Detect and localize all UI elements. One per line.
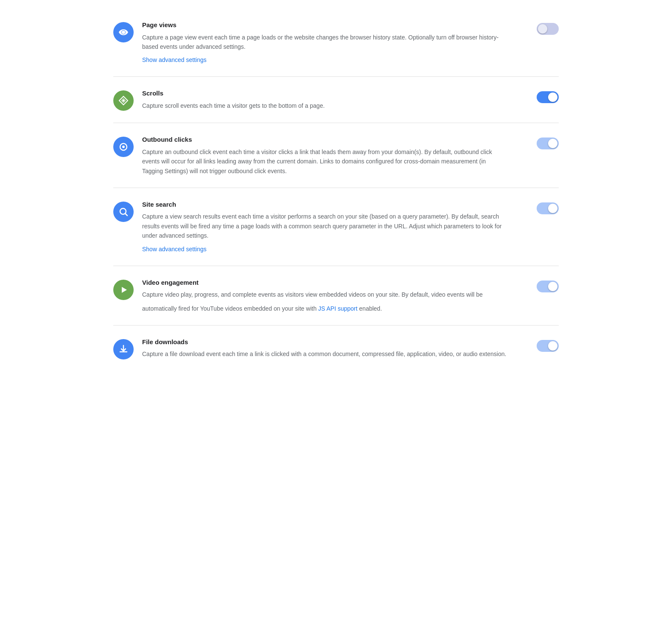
setting-row-page-views: Page viewsCapture a page view event each… <box>113 8 559 77</box>
play-icon <box>113 280 134 300</box>
setting-content-page-views: Page viewsCapture a page view event each… <box>142 20 528 65</box>
svg-point-3 <box>122 146 125 148</box>
setting-row-scrolls: ScrollsCapture scroll events each time a… <box>113 77 559 123</box>
setting-row-video-engagement: Video engagementCapture video play, prog… <box>113 266 559 326</box>
cursor-icon <box>113 137 134 157</box>
toggle-container-file-downloads <box>537 337 559 352</box>
svg-marker-6 <box>122 287 127 293</box>
js-api-support-link[interactable]: JS API support <box>318 304 358 313</box>
svg-line-5 <box>126 213 128 216</box>
setting-description-page-views: Capture a page view event each time a pa… <box>142 33 507 52</box>
toggle-slider-page-views <box>537 23 559 35</box>
eye-icon <box>113 22 134 42</box>
diamond-icon <box>113 90 134 111</box>
toggle-page-views[interactable] <box>537 23 559 35</box>
toggle-slider-site-search <box>537 202 559 214</box>
toggle-site-search[interactable] <box>537 202 559 214</box>
setting-title-video-engagement: Video engagement <box>142 278 520 288</box>
toggle-container-site-search <box>537 200 559 214</box>
settings-container: Page viewsCapture a page view event each… <box>96 0 576 380</box>
setting-row-site-search: Site searchCapture a view search results… <box>113 188 559 266</box>
toggle-slider-outbound-clicks <box>537 138 559 149</box>
toggle-container-scrolls <box>537 89 559 103</box>
setting-description-site-search: Capture a view search results event each… <box>142 212 507 240</box>
toggle-slider-file-downloads <box>537 340 559 352</box>
show-advanced-settings-link-site-search[interactable]: Show advanced settings <box>142 245 207 254</box>
svg-point-1 <box>123 100 124 101</box>
toggle-scrolls[interactable] <box>537 91 559 103</box>
setting-content-file-downloads: File downloadsCapture a file download ev… <box>142 337 528 359</box>
download-icon <box>113 339 134 359</box>
setting-title-file-downloads: File downloads <box>142 337 520 347</box>
setting-description-scrolls: Capture scroll events each time a visito… <box>142 101 507 110</box>
setting-title-outbound-clicks: Outbound clicks <box>142 135 520 145</box>
setting-description-outbound-clicks: Capture an outbound click event each tim… <box>142 147 507 176</box>
setting-content-outbound-clicks: Outbound clicksCapture an outbound click… <box>142 135 528 176</box>
setting-title-page-views: Page views <box>142 20 520 30</box>
setting-row-file-downloads: File downloadsCapture a file download ev… <box>113 326 559 371</box>
toggle-video-engagement[interactable] <box>537 281 559 292</box>
toggle-slider-scrolls <box>537 91 559 103</box>
toggle-container-page-views <box>537 20 559 35</box>
setting-content-scrolls: ScrollsCapture scroll events each time a… <box>142 89 528 110</box>
setting-row-outbound-clicks: Outbound clicksCapture an outbound click… <box>113 123 559 188</box>
setting-content-site-search: Site searchCapture a view search results… <box>142 200 528 254</box>
toggle-container-video-engagement <box>537 278 559 292</box>
toggle-container-outbound-clicks <box>537 135 559 149</box>
toggle-slider-video-engagement <box>537 281 559 292</box>
setting-title-scrolls: Scrolls <box>142 89 520 98</box>
setting-description-file-downloads: Capture a file download event each time … <box>142 349 507 359</box>
toggle-file-downloads[interactable] <box>537 340 559 352</box>
toggle-outbound-clicks[interactable] <box>537 138 559 149</box>
setting-title-site-search: Site search <box>142 200 520 210</box>
search-icon <box>113 202 134 222</box>
setting-content-video-engagement: Video engagementCapture video play, prog… <box>142 278 528 313</box>
setting-description-video-engagement: Capture video play, progress, and comple… <box>142 290 507 313</box>
show-advanced-settings-link-page-views[interactable]: Show advanced settings <box>142 56 207 65</box>
